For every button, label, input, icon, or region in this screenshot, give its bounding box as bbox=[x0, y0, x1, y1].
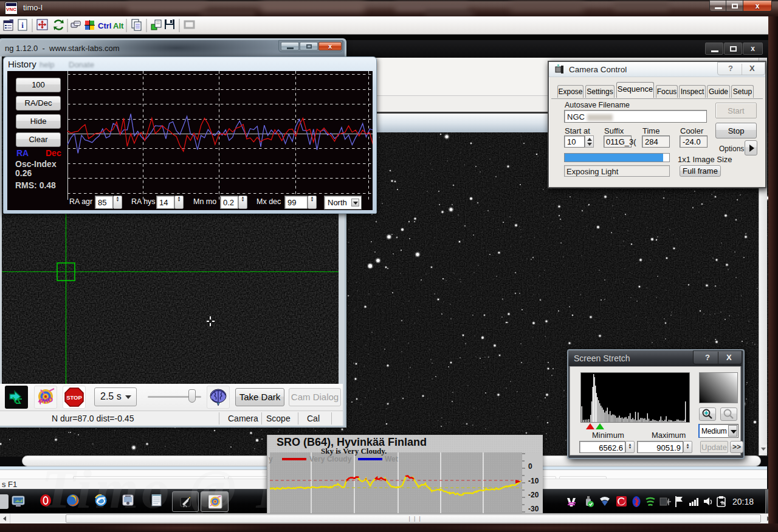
svg-text:i: i bbox=[21, 21, 24, 30]
svg-text:Alt: Alt bbox=[113, 21, 124, 30]
svg-text:Ctrl: Ctrl bbox=[98, 21, 111, 30]
svg-text:STOP: STOP bbox=[66, 394, 82, 401]
